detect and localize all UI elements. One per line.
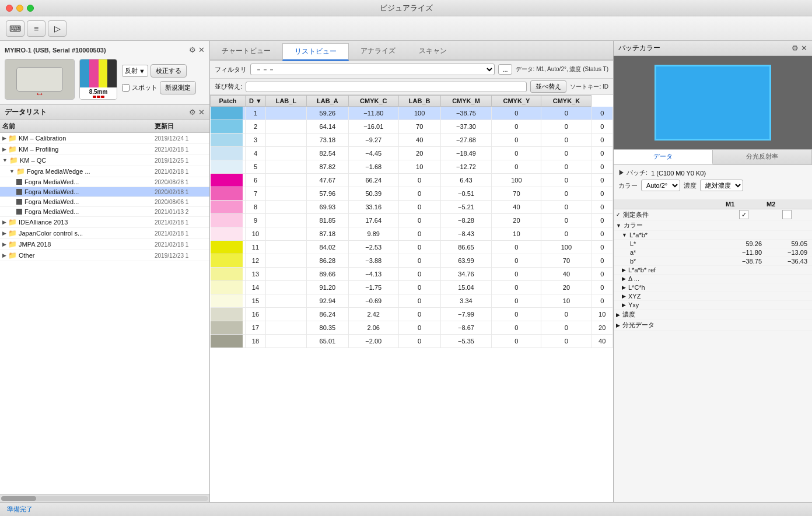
tree-item-11[interactable]: ▶📁Other2019/12/23 1 xyxy=(0,250,209,261)
table-container[interactable]: Patch D ▼ LAB_L LAB_A CMYK_C LAB_B CMYK_… xyxy=(210,95,613,502)
new-measure-button[interactable]: 新規測定 xyxy=(160,81,196,94)
data-tab-1[interactable]: 分光反射率 xyxy=(713,150,812,164)
table-row[interactable]: 981.8517.640−8.282000 xyxy=(211,214,613,227)
patch-cell-14[interactable] xyxy=(211,294,246,308)
tab-3[interactable]: スキャン xyxy=(407,43,459,61)
patch-cell-7[interactable] xyxy=(211,201,246,214)
table-row[interactable]: 757.9650.390−0.517000 xyxy=(211,187,613,201)
table-row[interactable]: 1865.01−2.000−5.350040 xyxy=(211,335,613,348)
data-list-settings-icon[interactable]: ⚙ xyxy=(189,108,196,117)
table-row[interactable]: 264.14−16.0170−37.30000 xyxy=(211,120,613,134)
info-button[interactable]: ... xyxy=(498,64,512,75)
close-button[interactable] xyxy=(6,5,13,12)
checkbox-m1-0[interactable]: ✓ xyxy=(739,210,748,219)
tree-item-7[interactable]: Fogra MediaWed...2021/01/13 2 xyxy=(0,207,209,217)
table-row[interactable]: 482.54−4.4520−18.49000 xyxy=(211,147,613,160)
col-d[interactable]: D ▼ xyxy=(246,96,266,107)
table-row[interactable]: 1286.28−3.88063.990700 xyxy=(211,254,613,268)
patch-cell-6[interactable] xyxy=(211,187,246,201)
sort-input[interactable] xyxy=(246,82,527,92)
tree-item-5[interactable]: Fogra MediaWed...2020/02/18 1 xyxy=(0,187,209,197)
calibrate-button[interactable]: 校正する xyxy=(150,64,187,78)
density-select[interactable]: 絶対濃度 xyxy=(700,180,743,191)
tree-item-10[interactable]: ▶📁JMPA 20182021/02/18 1 xyxy=(0,239,209,250)
table-row[interactable]: 1780.352.060−8.670020 xyxy=(211,321,613,335)
scrollbar-thumb[interactable] xyxy=(1,496,36,501)
table-row[interactable]: 1491.20−1.75015.040200 xyxy=(211,281,613,294)
folder-icon-2: 📁 xyxy=(9,156,18,164)
patch-cell-5[interactable] xyxy=(211,174,246,187)
expand-6[interactable]: ▶ xyxy=(622,267,626,273)
spot-checkbox-row[interactable]: スポット xyxy=(122,83,158,92)
patch-cell-13[interactable] xyxy=(211,281,246,294)
patch-cell-4[interactable] xyxy=(211,160,246,174)
patch-cell-2[interactable] xyxy=(211,134,246,147)
expand-0[interactable]: ✓ xyxy=(616,212,621,217)
table-row[interactable]: 587.82−1.6810−12.72000 xyxy=(211,160,613,174)
table-row[interactable]: 373.18−9.2740−27.68000 xyxy=(211,134,613,147)
toolbar-keyboard-btn[interactable]: ⌨ xyxy=(6,20,24,37)
tree-item-9[interactable]: ▶📁JapanColor control s...2021/02/18 1 xyxy=(0,228,209,239)
expand-9[interactable]: ▶ xyxy=(622,293,626,299)
color-select[interactable]: Auto/2° xyxy=(641,180,680,191)
expand-1[interactable]: ▼ xyxy=(616,223,621,229)
expand-8[interactable]: ▶ xyxy=(622,285,626,290)
tree-item-0[interactable]: ▶📁KM – Calibration2019/12/24 1 xyxy=(0,133,209,144)
tab-2[interactable]: アナライズ xyxy=(349,43,407,61)
patch-cell-17[interactable] xyxy=(211,335,246,348)
patch-cell-12[interactable] xyxy=(211,268,246,281)
patch-cell-16[interactable] xyxy=(211,321,246,335)
scrollbar-bottom[interactable] xyxy=(0,494,209,502)
checkbox-m2-0[interactable] xyxy=(782,210,792,219)
patch-cell-15[interactable] xyxy=(211,308,246,321)
tree-item-4[interactable]: Fogra MediaWed...2020/08/28 1 xyxy=(0,177,209,187)
filter-label: フィルタリ xyxy=(215,65,247,74)
patch-cell-0[interactable] xyxy=(211,107,246,120)
tree-item-1[interactable]: ▶📁KM – Profiling2021/02/18 1 xyxy=(0,144,209,155)
filter-select[interactable]: －－－ xyxy=(250,64,495,75)
table-row[interactable]: 1184.02−2.53086.6501000 xyxy=(211,241,613,254)
data-list-close-icon[interactable]: ✕ xyxy=(198,108,205,117)
sort-button[interactable]: 並べ替え xyxy=(530,80,566,93)
table-row[interactable]: 159.26−11.80100−38.75000 xyxy=(211,107,613,120)
tree-item-2[interactable]: ▼📁KM – QC2019/12/25 1 xyxy=(0,155,209,166)
patch-cell-11[interactable] xyxy=(211,254,246,268)
tab-1[interactable]: リストビュー xyxy=(282,43,349,61)
device-settings-icon[interactable]: ⚙ xyxy=(189,45,196,54)
traffic-lights[interactable] xyxy=(6,5,34,12)
scrollbar-track[interactable] xyxy=(1,496,208,501)
table-row[interactable]: 869.9333.160−5.214000 xyxy=(211,201,613,214)
expand-2[interactable]: ▼ xyxy=(622,232,627,238)
tab-0[interactable]: チャートビュー xyxy=(210,43,282,61)
patch-cell-1[interactable] xyxy=(211,120,246,134)
patch-cell-9[interactable] xyxy=(211,227,246,241)
expand-7[interactable]: ▶ xyxy=(622,276,626,282)
patch-color-settings-icon[interactable]: ⚙ xyxy=(792,44,799,52)
table-row[interactable]: 1686.242.420−7.990010 xyxy=(211,308,613,321)
expand-12[interactable]: ▶ xyxy=(616,322,620,328)
table-row[interactable]: 1592.94−0.6903.340100 xyxy=(211,294,613,308)
tree-item-8[interactable]: ▶📁IDEAlliance 20132021/02/18 1 xyxy=(0,217,209,228)
toolbar-list-btn[interactable]: ≡ xyxy=(27,20,46,37)
spot-checkbox[interactable] xyxy=(122,84,130,92)
row-m1-check-0[interactable]: ✓ xyxy=(726,210,766,219)
patch-cell-8[interactable] xyxy=(211,214,246,227)
toolbar-play-btn[interactable]: ▷ xyxy=(48,20,66,37)
minimize-button[interactable] xyxy=(16,5,23,12)
expand-11[interactable]: ▶ xyxy=(616,312,620,318)
patch-cell-3[interactable] xyxy=(211,147,246,160)
tree-item-3[interactable]: ▼📁Fogra MediaWedge ...2021/02/18 1 xyxy=(0,166,209,177)
row-m2-check-0[interactable] xyxy=(766,210,807,219)
device-close-icon[interactable]: ✕ xyxy=(198,45,205,54)
cell-D-11 xyxy=(265,254,306,268)
data-tab-0[interactable]: データ xyxy=(614,150,713,164)
patch-cell-10[interactable] xyxy=(211,241,246,254)
table-row[interactable]: 1087.189.890−8.431000 xyxy=(211,227,613,241)
table-row[interactable]: 647.6766.2406.4310000 xyxy=(211,174,613,187)
table-row[interactable]: 1389.66−4.13034.760400 xyxy=(211,268,613,281)
maximize-button[interactable] xyxy=(27,5,34,12)
patch-color-close-icon[interactable]: ✕ xyxy=(801,44,807,52)
reflection-select[interactable]: 反射 ▼ xyxy=(122,65,148,77)
expand-10[interactable]: ▶ xyxy=(622,302,626,308)
tree-item-6[interactable]: Fogra MediaWed...2020/08/06 1 xyxy=(0,197,209,207)
